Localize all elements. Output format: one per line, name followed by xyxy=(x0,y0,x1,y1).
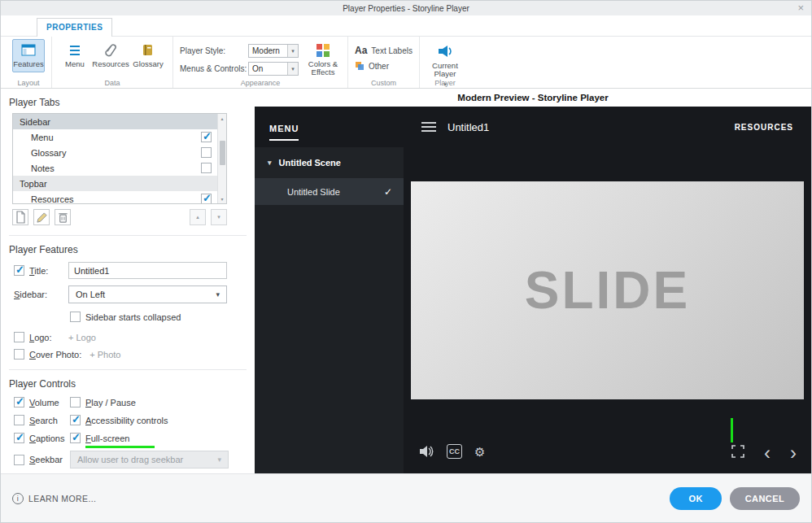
search-checkbox[interactable] xyxy=(14,415,24,425)
scroll-down-icon[interactable]: ▾ xyxy=(220,194,223,203)
fullscreen-icon[interactable] xyxy=(731,444,744,459)
accessibility-label: Accessibility controls xyxy=(85,416,168,425)
list-row-resources[interactable]: Resources xyxy=(13,191,226,204)
next-slide-icon[interactable]: › xyxy=(790,447,797,459)
chevron-down-icon: ▾ xyxy=(216,290,220,299)
title-input[interactable] xyxy=(68,262,227,279)
squares-icon xyxy=(355,61,365,71)
cancel-button[interactable]: CANCEL xyxy=(730,487,800,510)
colors-effects-button[interactable]: Colors & Effects xyxy=(305,39,341,81)
menu-button[interactable]: Menu xyxy=(59,39,91,72)
list-row-menu[interactable]: Menu xyxy=(13,129,226,145)
preview-resources-tab[interactable]: RESOURCES xyxy=(735,123,793,132)
hamburger-icon[interactable] xyxy=(421,122,436,132)
list-scrollbar[interactable]: ▴ ▾ xyxy=(217,114,226,203)
logo-checkbox[interactable] xyxy=(14,332,24,342)
controls-row-4: Seekbar Allow user to drag seekbar ▾ xyxy=(14,451,255,469)
chevron-down-icon: ▾ xyxy=(217,455,221,464)
captions-checkbox[interactable] xyxy=(14,433,24,443)
list-row-sidebar[interactable]: Sidebar xyxy=(13,114,226,129)
list-toolbar: ▴ ▾ xyxy=(12,209,227,225)
slide-label: Untitled Slide xyxy=(287,187,340,197)
close-icon[interactable]: × xyxy=(797,2,804,14)
tab-properties[interactable]: PROPERTIES xyxy=(37,18,112,37)
menus-controls-select[interactable]: On ▾ xyxy=(248,62,299,76)
title-row: Title: xyxy=(14,262,255,279)
section-divider xyxy=(9,369,247,370)
window-title: Player Properties - Storyline Player xyxy=(343,4,469,13)
row-checkbox[interactable] xyxy=(201,147,212,158)
text-labels-button[interactable]: Aa Text Labels xyxy=(355,45,413,56)
group-label-appearance: Appearance xyxy=(173,79,347,87)
volume-icon[interactable] xyxy=(418,444,434,459)
previous-slide-icon[interactable]: ‹ xyxy=(764,447,771,459)
edit-tab-button[interactable] xyxy=(33,209,50,225)
row-checkbox[interactable] xyxy=(201,132,212,142)
new-tab-button[interactable] xyxy=(12,209,28,225)
glossary-label: Glossary xyxy=(133,60,163,68)
ok-button[interactable]: OK xyxy=(670,487,721,510)
cover-photo-checkbox[interactable] xyxy=(14,349,24,360)
ribbon: PROPERTIES Features Layout Menu Resource… xyxy=(1,15,811,89)
scene-label: Untitled Scene xyxy=(279,158,341,168)
chevron-down-icon[interactable]: ▾ xyxy=(287,63,298,75)
seekbar-checkbox[interactable] xyxy=(14,455,24,465)
learn-more-label: LEARN MORE... xyxy=(28,494,96,503)
preview-menu-tab[interactable]: MENU xyxy=(255,107,404,147)
title-checkbox[interactable] xyxy=(14,265,24,276)
pencil-icon xyxy=(36,211,48,224)
dialog-footer: i LEARN MORE... OK CANCEL xyxy=(1,473,811,522)
menu-tab-label: MENU xyxy=(269,124,299,141)
preview-topbar: Untitled1 RESOURCES xyxy=(404,107,811,147)
group-label-data: Data xyxy=(52,79,172,87)
list-row-topbar[interactable]: Topbar xyxy=(13,176,226,191)
list-row-label: Notes xyxy=(31,163,55,173)
seekbar-option-value: Allow user to drag seekbar xyxy=(77,455,183,464)
seekbar-option-select[interactable]: Allow user to drag seekbar ▾ xyxy=(70,451,229,469)
volume-checkbox[interactable] xyxy=(14,397,24,408)
scroll-up-icon[interactable]: ▴ xyxy=(220,114,223,123)
resources-label: Resources xyxy=(92,60,129,68)
preview-slide-row[interactable]: Untitled Slide ✓ xyxy=(255,178,404,205)
play-pause-checkbox[interactable] xyxy=(70,397,81,408)
player-style-select[interactable]: Modern ▾ xyxy=(248,44,299,58)
collapsed-checkbox[interactable] xyxy=(70,312,81,322)
other-button[interactable]: Other xyxy=(355,61,413,71)
resources-button[interactable]: Resources xyxy=(91,39,130,72)
row-checkbox[interactable] xyxy=(201,194,212,204)
player-properties-dialog: Player Properties - Storyline Player × P… xyxy=(0,0,812,523)
add-photo-link[interactable]: + Photo xyxy=(89,350,120,360)
list-row-label: Menu xyxy=(31,133,54,142)
delete-tab-button[interactable] xyxy=(55,209,71,225)
gear-icon[interactable]: ⚙ xyxy=(474,444,485,459)
caret-down-icon: ▾ xyxy=(217,214,220,220)
player-style-value: Modern xyxy=(249,46,287,55)
custom-buttons: Aa Text Labels Other xyxy=(355,39,413,71)
features-button[interactable]: Features xyxy=(12,39,45,72)
add-logo-link[interactable]: + Logo xyxy=(68,333,96,342)
move-up-button[interactable]: ▴ xyxy=(190,209,206,225)
text-labels-label: Text Labels xyxy=(371,46,413,55)
list-row-notes[interactable]: Notes xyxy=(13,160,226,176)
list-row-label: Topbar xyxy=(20,179,47,189)
preview-scene-row[interactable]: ▾ Untitled Scene xyxy=(255,147,404,178)
ribbon-group-player: Current Player ▾ Player xyxy=(419,37,470,88)
accessibility-checkbox[interactable] xyxy=(70,415,81,425)
list-row-glossary[interactable]: Glossary xyxy=(13,145,226,160)
chevron-down-icon[interactable]: ▾ xyxy=(287,45,298,57)
move-down-button[interactable]: ▾ xyxy=(211,209,227,225)
ribbon-tabrow: PROPERTIES xyxy=(1,15,811,37)
glossary-button[interactable]: Glossary xyxy=(130,39,166,72)
sidebar-position-select[interactable]: On Left ▾ xyxy=(68,285,227,303)
scroll-thumb[interactable] xyxy=(220,141,225,165)
fullscreen-annotation: Full-screen xyxy=(85,434,129,443)
row-checkbox[interactable] xyxy=(201,163,212,173)
new-page-icon xyxy=(15,211,26,224)
learn-more-link[interactable]: i LEARN MORE... xyxy=(12,493,96,504)
ribbon-group-layout: Features Layout xyxy=(6,37,51,88)
sidebar-label: Sidebar: xyxy=(14,290,47,299)
controls-row-3: Captions Full-screen xyxy=(14,433,255,443)
group-label-layout: Layout xyxy=(6,79,51,87)
fullscreen-checkbox[interactable] xyxy=(70,433,81,443)
captions-icon[interactable]: CC xyxy=(447,444,462,459)
